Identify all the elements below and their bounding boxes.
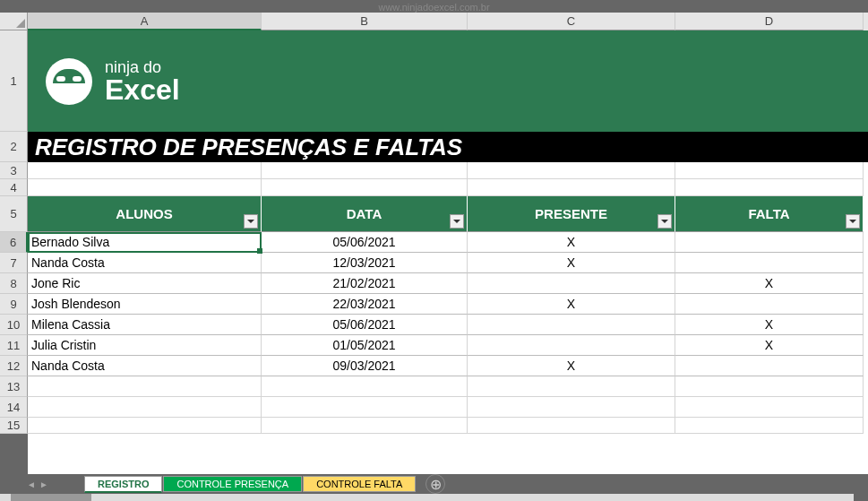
- cell[interactable]: [468, 418, 675, 434]
- header-alunos[interactable]: ALUNOS: [28, 196, 262, 232]
- cell-falta[interactable]: X: [675, 273, 864, 294]
- cell[interactable]: [675, 397, 864, 418]
- cell[interactable]: [262, 418, 468, 434]
- col-header-c[interactable]: C: [468, 13, 675, 30]
- table-row: Nanda Costa 09/03/2021 X: [28, 356, 868, 376]
- cell-falta[interactable]: [675, 294, 864, 315]
- cell[interactable]: [675, 418, 864, 434]
- cell-aluno[interactable]: Josh Blendeson: [28, 294, 262, 315]
- cell-falta[interactable]: [675, 253, 864, 273]
- cell-grid: ninja do Excel REGISTRO DE PRESENÇAS E F…: [28, 30, 868, 474]
- header-falta-label: FALTA: [748, 206, 789, 221]
- horizontal-scrollbar[interactable]: [0, 494, 854, 501]
- title-row[interactable]: REGISTRO DE PRESENÇAS E FALTAS: [28, 132, 868, 162]
- cell-data[interactable]: 21/02/2021: [262, 273, 468, 294]
- cell[interactable]: [468, 376, 675, 397]
- col-header-d[interactable]: D: [675, 13, 864, 30]
- cell[interactable]: [28, 397, 262, 418]
- cell-aluno[interactable]: Bernado Silva: [28, 232, 262, 253]
- horizontal-scroll-thumb[interactable]: [11, 494, 91, 501]
- cell-presente[interactable]: [468, 335, 675, 356]
- cell-presente[interactable]: [468, 273, 675, 294]
- row-header-10[interactable]: 10: [0, 315, 28, 335]
- table-row: Julia Cristin 01/05/2021 X: [28, 335, 868, 356]
- ninja-logo-icon: [46, 58, 92, 105]
- table-header-row: ALUNOS DATA PRESENTE FALTA: [28, 196, 868, 232]
- cell[interactable]: [468, 397, 675, 418]
- row-header-6[interactable]: 6: [0, 232, 28, 253]
- cell-falta[interactable]: [675, 232, 864, 253]
- cell-data[interactable]: 05/06/2021: [262, 315, 468, 335]
- tab-controle-presenca[interactable]: CONTROLE PRESENÇA: [163, 476, 302, 492]
- cell[interactable]: [262, 179, 468, 196]
- tab-prev-icon[interactable]: ◄: [27, 478, 36, 490]
- header-falta[interactable]: FALTA: [675, 196, 864, 232]
- cell-aluno[interactable]: Nanda Costa: [28, 356, 262, 376]
- row-header-8[interactable]: 8: [0, 273, 28, 294]
- cell-aluno[interactable]: Milena Cassia: [28, 315, 262, 335]
- tab-registro[interactable]: REGISTRO: [84, 476, 162, 493]
- cell-presente[interactable]: [468, 315, 675, 335]
- cell[interactable]: [28, 179, 262, 196]
- tab-next-icon[interactable]: ►: [39, 478, 48, 490]
- cell-aluno[interactable]: Jone Ric: [28, 273, 262, 294]
- cell[interactable]: [28, 418, 262, 434]
- row-header-15[interactable]: 15: [0, 418, 28, 434]
- header-alunos-label: ALUNOS: [116, 206, 172, 221]
- tab-navigation: ◄ ►: [27, 478, 48, 490]
- column-headers: A B C D: [28, 13, 868, 30]
- cell[interactable]: [468, 179, 675, 196]
- cell-presente[interactable]: X: [468, 253, 675, 273]
- cell[interactable]: [262, 162, 468, 179]
- row-header-3[interactable]: 3: [0, 162, 28, 179]
- cell[interactable]: [262, 376, 468, 397]
- watermark: www.ninjadoexcel.com.br: [378, 2, 489, 13]
- cell-presente[interactable]: X: [468, 294, 675, 315]
- cell-data[interactable]: 12/03/2021: [262, 253, 468, 273]
- cell[interactable]: [28, 376, 262, 397]
- row-header-1[interactable]: 1: [0, 30, 28, 132]
- table-row: Bernado Silva 05/06/2021 X: [28, 232, 868, 253]
- logo-banner: ninja do Excel: [28, 30, 868, 132]
- logo-text: ninja do Excel: [105, 59, 180, 104]
- cell[interactable]: [262, 397, 468, 418]
- cell-presente[interactable]: X: [468, 232, 675, 253]
- cell[interactable]: [675, 179, 864, 196]
- row-header-9[interactable]: 9: [0, 294, 28, 315]
- cell-falta[interactable]: X: [675, 335, 864, 356]
- cell-data[interactable]: 01/05/2021: [262, 335, 468, 356]
- row-header-2[interactable]: 2: [0, 132, 28, 162]
- cell[interactable]: [675, 376, 864, 397]
- cell-data[interactable]: 22/03/2021: [262, 294, 468, 315]
- col-header-b[interactable]: B: [262, 13, 468, 30]
- logo-line1: ninja do: [105, 59, 180, 75]
- select-all-corner[interactable]: [0, 13, 28, 30]
- cell[interactable]: [468, 162, 675, 179]
- cell-aluno[interactable]: Nanda Costa: [28, 253, 262, 273]
- filter-button-falta[interactable]: [846, 214, 860, 229]
- header-data-label: DATA: [347, 206, 382, 221]
- row-header-7[interactable]: 7: [0, 253, 28, 273]
- row-header-13[interactable]: 13: [0, 376, 28, 397]
- filter-button-data[interactable]: [450, 214, 464, 229]
- header-presente[interactable]: PRESENTE: [468, 196, 675, 232]
- cell[interactable]: [675, 162, 864, 179]
- cell[interactable]: [28, 162, 262, 179]
- row-header-11[interactable]: 11: [0, 335, 28, 356]
- cell-data[interactable]: 09/03/2021: [262, 356, 468, 376]
- header-data[interactable]: DATA: [262, 196, 468, 232]
- cell-falta[interactable]: [675, 356, 864, 376]
- row-header-14[interactable]: 14: [0, 397, 28, 418]
- cell-data[interactable]: 05/06/2021: [262, 232, 468, 253]
- row-header-4[interactable]: 4: [0, 179, 28, 196]
- cell-falta[interactable]: X: [675, 315, 864, 335]
- cell-aluno[interactable]: Julia Cristin: [28, 335, 262, 356]
- tab-controle-falta[interactable]: CONTROLE FALTA: [303, 476, 416, 492]
- col-header-a[interactable]: A: [28, 13, 262, 30]
- row-header-5[interactable]: 5: [0, 196, 28, 232]
- filter-button-presente[interactable]: [657, 214, 672, 229]
- filter-button-alunos[interactable]: [244, 214, 258, 229]
- row-header-12[interactable]: 12: [0, 356, 28, 376]
- add-sheet-button[interactable]: ⊕: [425, 474, 445, 494]
- cell-presente[interactable]: X: [468, 356, 675, 376]
